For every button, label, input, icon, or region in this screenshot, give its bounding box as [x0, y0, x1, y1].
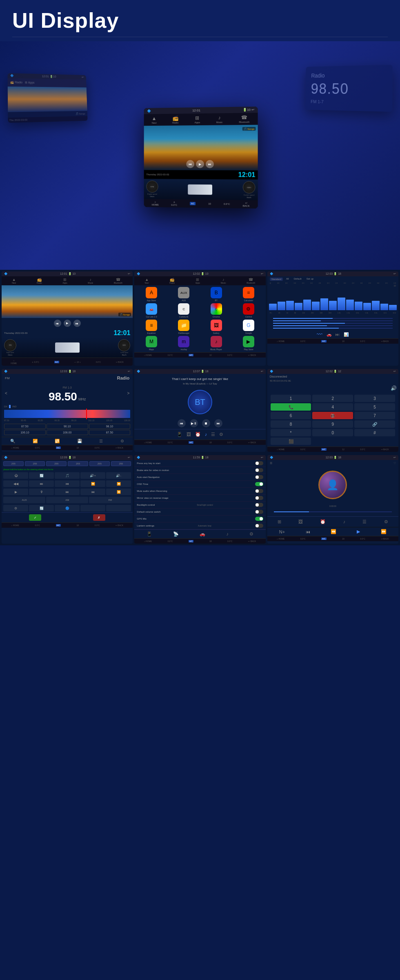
phone-key-0[interactable]: 0: [312, 429, 353, 436]
settings-car-icon[interactable]: 🚗: [200, 531, 205, 537]
sw-am-btn[interactable]: AM: [46, 497, 88, 503]
sw-sync-btn[interactable]: 🔄: [29, 505, 54, 511]
music-grid-icon[interactable]: ⊞: [278, 519, 281, 524]
bt-fwd-btn[interactable]: ⏭: [214, 419, 222, 427]
eq-progress-3[interactable]: [273, 323, 393, 324]
sw-mode-btn[interactable]: 🔄: [29, 472, 54, 479]
preset-1[interactable]: 87.50: [4, 424, 46, 429]
sw-ff-btn[interactable]: ⏩: [80, 480, 105, 487]
sc-apps-ac[interactable]: A/C: [189, 354, 193, 356]
bt-music-icon[interactable]: ♪: [205, 432, 207, 437]
bt-clock-icon[interactable]: ⏰: [195, 432, 201, 437]
eq-bar-1[interactable]: [269, 304, 277, 310]
sc-music-back[interactable]: ↩ BACK: [381, 538, 389, 540]
sc-eq-back[interactable]: ↩ BACK: [381, 340, 389, 342]
sc-bt-back[interactable]: ↩ BACK: [248, 441, 256, 444]
toggle-mirror-reverse[interactable]: [255, 496, 263, 500]
radio-list-icon[interactable]: ☰: [99, 439, 103, 443]
eq-progress-2[interactable]: [273, 320, 393, 321]
radio-save-icon[interactable]: 💾: [77, 439, 82, 443]
toggle-osd-time[interactable]: [255, 482, 263, 486]
sc-music-home[interactable]: ⌂ HOME: [277, 538, 284, 540]
bt-phone-icon[interactable]: 📱: [177, 432, 182, 437]
phone-key-hash[interactable]: #: [354, 429, 395, 436]
sc-phone-ac[interactable]: A/C: [321, 448, 326, 451]
preset-4[interactable]: 106.10: [4, 430, 46, 435]
bt-rew-btn[interactable]: ⏮: [178, 419, 186, 427]
music-heart-icon[interactable]: ♡: [393, 462, 396, 465]
eq-bar-2[interactable]: [278, 302, 285, 310]
nav-item-navi[interactable]: ▲ Navi: [152, 116, 157, 124]
app-equalizer[interactable]: ≡ Equalizer: [136, 320, 167, 334]
bt-play-btn[interactable]: ▶⏸: [190, 419, 198, 427]
sc-settings-home[interactable]: ⌂ HOME: [144, 540, 152, 542]
app-musicplayer[interactable]: ♪ Music Player: [201, 336, 231, 351]
preset-3[interactable]: 98.10: [89, 424, 131, 429]
music-menu-icon[interactable]: ☰: [270, 462, 272, 465]
music-play-icon[interactable]: ▶: [357, 529, 360, 534]
sc-bt-btn[interactable]: ☎Bluetooth: [114, 278, 122, 284]
music-num-icon[interactable]: N+: [279, 529, 285, 534]
preset-5[interactable]: 108.00: [47, 430, 88, 435]
eq-bar-10[interactable]: [346, 300, 354, 310]
sc-music-btn[interactable]: ♪Music: [88, 278, 93, 284]
freq-next-btn[interactable]: >: [127, 391, 129, 396]
preset-6[interactable]: 87.50: [89, 430, 131, 435]
bt-list-icon[interactable]: ☰: [211, 432, 215, 437]
sw-fm-btn[interactable]: FM: [89, 497, 131, 503]
phone-key-2[interactable]: 2: [312, 395, 353, 402]
sw-confirm-no[interactable]: ✗: [93, 514, 105, 521]
toggle-lantern[interactable]: [255, 524, 263, 528]
sw-next-btn[interactable]: ⏭: [29, 480, 54, 487]
sc-play-btn[interactable]: ▶: [64, 320, 71, 327]
sc-radio-back[interactable]: ↩ BACK: [116, 447, 123, 449]
settings-music-icon[interactable]: ♪: [226, 531, 229, 537]
app-bt[interactable]: B BT: [201, 287, 231, 302]
toggle-brake-wire[interactable]: [255, 468, 263, 472]
sc-apps-bt[interactable]: ☎Bluetooth: [247, 278, 255, 284]
nav-item-radio[interactable]: 📻 Radio: [172, 116, 178, 124]
bt-img-icon[interactable]: 🖼: [187, 432, 191, 437]
bt-gear-icon[interactable]: ⚙: [219, 432, 223, 437]
toggle-auto-nav[interactable]: [255, 475, 263, 479]
app-playstore[interactable]: ▶ Play Store: [233, 336, 264, 351]
phone-key-9[interactable]: 9: [312, 420, 353, 428]
phone-link-btn[interactable]: 🔗: [354, 420, 395, 428]
phone-key-4[interactable]: 4: [312, 403, 353, 411]
freq-prev-btn[interactable]: <: [5, 391, 7, 396]
toggle-backlight[interactable]: [255, 503, 263, 507]
sc-apps-music[interactable]: ♪Music: [221, 278, 226, 284]
sc-phone-back[interactable]: ↩ BACK: [381, 448, 389, 451]
sw-scan-btn[interactable]: ⏪: [106, 489, 131, 495]
settings-bt-icon[interactable]: 📡: [173, 531, 179, 537]
app-carlink[interactable]: 🚗 Car Link 2.0: [136, 303, 167, 318]
sc-radio-ac[interactable]: A/C: [56, 447, 61, 449]
app-maps[interactable]: M Maps: [136, 336, 167, 351]
phone-key-7[interactable]: 7: [354, 412, 395, 419]
radio-signal-icon[interactable]: 📶: [33, 439, 38, 443]
sc-bottom-home[interactable]: ⌂HOME: [11, 359, 17, 364]
sc-bottom-ac[interactable]: A/C: [54, 361, 59, 363]
sc-eq-ac[interactable]: A/C: [321, 340, 326, 342]
sc-apps-apps[interactable]: ⊞Apps: [196, 278, 200, 284]
sw-mute-btn[interactable]: 🎵: [55, 472, 80, 479]
bottom-back-hero[interactable]: ↩ BACK: [243, 201, 250, 207]
music-rew-icon[interactable]: ⏪: [331, 529, 336, 534]
toggle-default-volume[interactable]: [255, 510, 263, 514]
app-calculator[interactable]: = Calculator: [233, 287, 264, 302]
music-list-icon[interactable]: ☰: [362, 519, 367, 524]
sw-fr-btn[interactable]: ⏪: [106, 480, 131, 487]
eq-bar-12[interactable]: [363, 303, 371, 310]
music-progress[interactable]: [274, 511, 392, 512]
eq-bar-8[interactable]: [329, 301, 337, 310]
sc-sw-home[interactable]: ⌂ HOME: [11, 524, 19, 527]
app-mcxfay[interactable]: m mcxfay: [169, 336, 199, 351]
sc-radio-home[interactable]: ⌂ HOME: [11, 447, 19, 449]
eq-bar-6[interactable]: [312, 302, 320, 310]
phone-key-star[interactable]: *: [271, 429, 311, 436]
sc-apps-btn[interactable]: ⊞Apps: [62, 278, 67, 284]
eq-bar-4[interactable]: [295, 303, 302, 310]
music-note-icon[interactable]: ♪: [343, 519, 346, 524]
preset-2[interactable]: 90.10: [47, 424, 88, 429]
sc-apps-bottom-home[interactable]: ⌂ HOME: [144, 354, 152, 356]
